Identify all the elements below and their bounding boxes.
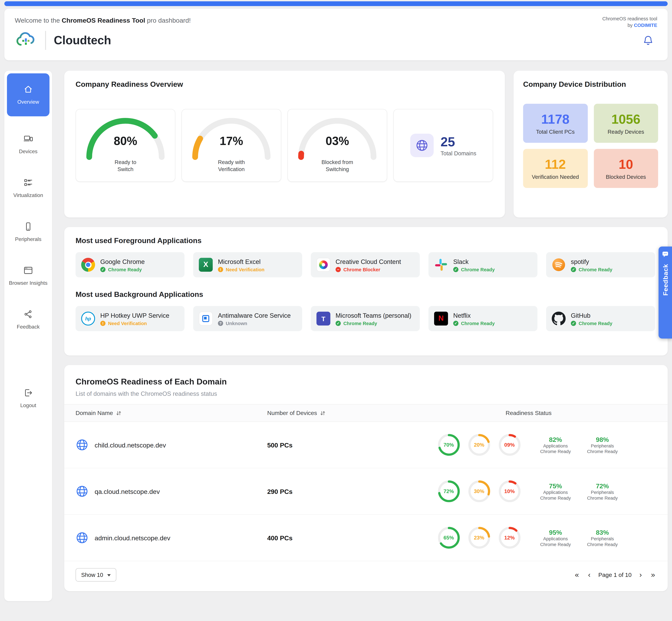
domain-name: qa.cloud.netscope.dev [95,488,160,495]
excel-icon [199,258,213,272]
table-title: ChromeOS Readiness of Each Domain [75,377,656,386]
sort-icon[interactable] [117,410,121,416]
ring-verification: 23% [467,526,491,549]
divider [45,31,46,50]
next-page-icon[interactable] [638,570,643,580]
google-chrome-icon [81,258,95,272]
background-apps-title: Most used Background Applications [75,290,656,299]
gauge-ready-to-switch: 80% Ready toSwitch [75,109,175,182]
domain-readiness-table-card: ChromeOS Readiness of Each Domain List o… [64,365,668,591]
device-count: 500 PCs [267,441,401,449]
sort-icon[interactable] [321,410,325,416]
readiness-overview-title: Company Readiness Overview [75,80,493,89]
cloudtech-logo [15,30,37,51]
home-icon [24,85,33,95]
total-domains-label: Total Domains [440,150,476,157]
stat-ready-devices: 1056 Ready Devices [594,104,658,143]
gauge-value: 03% [288,134,387,148]
table-subtitle: List of domains with the ChromeOS readin… [75,390,656,397]
antimalware-icon [199,312,213,326]
netflix-icon [434,312,448,326]
last-page-icon[interactable] [650,570,657,580]
device-count: 290 PCs [267,488,401,495]
warning-icon [218,267,223,272]
device-count: 400 PCs [267,534,401,541]
warning-icon [100,321,106,326]
main-content: Company Readiness Overview 80% Ready toS… [64,71,668,591]
gauge-value: 17% [182,134,281,148]
app-github: GitHub Chrome Ready [546,306,655,331]
table-header-row: Domain Name Number of Devices Readiness … [64,404,668,422]
hp-icon [81,312,95,326]
devices-icon [24,134,33,145]
ring-ready: 70% [437,433,461,457]
feedback-tab[interactable]: Feedback [659,247,672,338]
ring-blocked: 09% [498,433,521,457]
ring-blocked: 12% [498,526,521,549]
total-domains-box: 25 Total Domains [393,109,493,182]
applications-ready-stat: 75% Applications Chrome Ready [538,482,573,501]
table-row[interactable]: admin.cloud.netscope.dev 400 PCs 65% 23% [64,515,668,561]
applications-card: Most used Foreground Applications Google… [64,227,668,356]
device-distribution-title: Company Device Distribution [523,80,658,89]
sidebar-item-logout[interactable]: Logout [7,382,49,414]
browser-window-icon [24,265,33,276]
app-creative-cloud: Creative Cloud Content Chrome Blocker [311,252,420,277]
sidebar-item-peripherals[interactable]: Peripherals [7,216,49,248]
table-row[interactable]: child.cloud.netscope.dev 500 PCs 70% 20% [64,422,668,468]
tool-credit: ChromeOS readiness tool by CODIMITE [602,15,657,29]
applications-ready-stat: 82% Applications Chrome Ready [538,436,573,454]
creative-cloud-icon [316,258,330,272]
ready-check-icon [453,267,459,272]
welcome-message: Welcome to the ChromeOS Readiness Tool p… [15,16,657,24]
gauge-blocked-from-switching: 03% Blocked fromSwitching [287,109,387,182]
domain-name: admin.cloud.netscope.dev [95,534,170,541]
notification-bell-icon[interactable] [642,35,654,46]
table-row[interactable]: qa.cloud.netscope.dev 290 PCs 72% 30% [64,468,668,515]
header: Welcome to the ChromeOS Readiness Tool p… [4,9,668,60]
first-page-icon[interactable] [574,570,580,580]
share-icon [24,309,33,320]
chat-icon [662,250,669,260]
device-distribution-card: Company Device Distribution 1178 Total C… [514,71,668,217]
stat-verification-needed: 112 Verification Needed [523,149,588,188]
ready-check-icon [100,267,106,272]
column-number-of-devices[interactable]: Number of Devices [267,410,401,416]
applications-ready-stat: 95% Applications Chrome Ready [538,529,573,547]
foreground-apps-title: Most used Foreground Applications [75,237,656,245]
globe-icon [75,485,88,498]
chevron-down-icon [107,574,110,578]
gauge-label: Ready toSwitch [76,159,175,173]
sidebar-item-feedback[interactable]: Feedback [7,304,49,335]
codimite-link[interactable]: CODIMITE [634,23,657,28]
github-icon [552,312,566,326]
pagination: Page 1 of 10 [574,570,657,580]
column-readiness-status: Readiness Status [401,410,657,416]
ring-verification: 30% [467,480,491,503]
unknown-icon [218,321,223,326]
gauge-label: Blocked fromSwitching [288,159,387,173]
globe-icon [75,439,88,451]
ready-check-icon [571,321,576,326]
ring-verification: 20% [467,433,491,457]
page-size-select[interactable]: Show 10 [75,568,116,582]
sidebar-item-browser-insights[interactable]: Browser Insights [7,260,49,292]
ready-check-icon [335,321,341,326]
stat-total-client-pcs: 1178 Total Client PCs [523,104,588,143]
sidebar-item-overview[interactable]: Overview [7,73,49,116]
spotify-icon [552,258,566,272]
app-spotify: spotify Chrome Ready [546,252,655,277]
column-domain-name[interactable]: Domain Name [75,410,267,416]
previous-page-icon[interactable] [587,570,592,580]
top-accent-bar [4,1,668,6]
ring-ready: 65% [437,526,461,549]
sidebar-item-virtualization[interactable]: Virtualization [7,172,49,204]
page-indicator: Page 1 of 10 [598,572,632,578]
app-microsoft-excel: Microsoft Excel Need Verification [193,252,302,277]
teams-icon [316,312,330,326]
app-netflix: Netflix Chrome Ready [429,306,538,331]
app-microsoft-teams: Microsoft Teams (personal) Chrome Ready [311,306,420,331]
ready-check-icon [453,321,459,326]
sidebar-item-devices[interactable]: Devices [7,128,49,160]
peripherals-ready-stat: 72% Peripherals Chrome Ready [585,482,620,501]
